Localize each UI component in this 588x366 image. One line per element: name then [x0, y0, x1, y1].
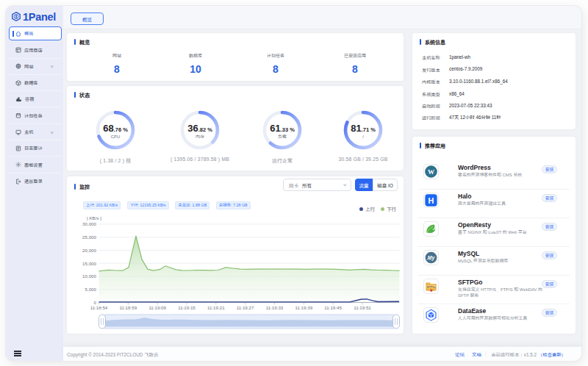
svg-text:W: W [428, 168, 434, 176]
svg-text:11:18:54: 11:18:54 [90, 305, 108, 310]
svg-text:0: 0 [94, 300, 97, 305]
svg-text:15,000: 15,000 [82, 261, 96, 266]
svg-text:11:19:27: 11:19:27 [237, 305, 254, 310]
svg-text:5,000: 5,000 [85, 287, 97, 292]
svg-text:My: My [428, 255, 436, 261]
svg-text:11:19:45: 11:19:45 [324, 305, 342, 310]
svg-text:11:19:21: 11:19:21 [207, 305, 225, 310]
svg-text:25,000: 25,000 [82, 234, 96, 240]
svg-text:11:19:39: 11:19:39 [295, 305, 312, 310]
svg-text:[ KB/s ]: [ KB/s ] [87, 215, 101, 220]
svg-text:11:19:09: 11:19:09 [148, 305, 166, 310]
svg-text:20,000: 20,000 [82, 248, 96, 253]
svg-text:H: H [429, 196, 434, 205]
svg-text:11:19:33: 11:19:33 [266, 305, 284, 310]
svg-text:11:19:51: 11:19:51 [354, 305, 371, 310]
svg-text:11:18:59: 11:18:59 [119, 305, 137, 310]
svg-text:SFTPGo: SFTPGo [427, 286, 436, 289]
svg-text:10,000: 10,000 [82, 273, 96, 279]
svg-text:30,000: 30,000 [82, 221, 96, 226]
svg-text:11:19:15: 11:19:15 [178, 305, 196, 310]
